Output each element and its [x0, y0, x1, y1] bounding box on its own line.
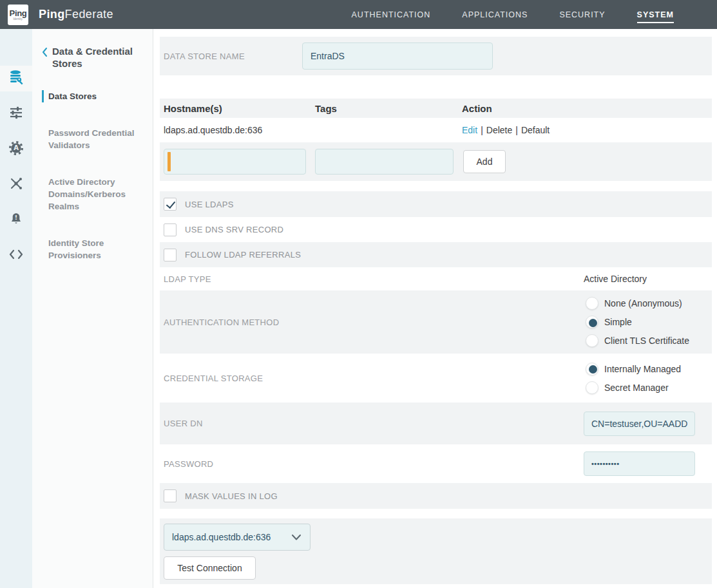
authentication-method-label: AUTHENTICATION METHOD	[164, 318, 584, 327]
chevron-down-icon	[292, 535, 301, 540]
password-label: PASSWORD	[164, 459, 584, 469]
code-icon	[8, 247, 24, 264]
use-ldaps-row: USE LDAPS	[160, 191, 712, 217]
radio-none-anonymous[interactable]	[586, 297, 598, 310]
column-action: Action	[462, 103, 712, 114]
authentication-method-row: AUTHENTICATION METHOD None (Anonymous) S…	[160, 290, 712, 354]
sidebar-item-ad-domains-kerberos-realms[interactable]: Active Directory Domains/Kerberos Realms	[42, 176, 144, 213]
action-separator: |	[515, 125, 518, 135]
app-title-light: Federate	[65, 8, 113, 21]
alerts-icon: !	[8, 211, 24, 229]
hostname-dropdown[interactable]: ldaps.ad.questdb.de:636	[164, 524, 311, 551]
use-dns-srv-label: USE DNS SRV RECORD	[185, 225, 283, 234]
credential-storage-row: CREDENTIAL STORAGE Internally Managed Se…	[160, 354, 712, 403]
cluster-icon	[8, 176, 24, 194]
main-content: DATA STORE NAME Hostname(s) Tags Action …	[153, 29, 717, 588]
authentication-method-options: None (Anonymous) Simple Client TLS Certi…	[584, 294, 689, 350]
new-hostname-input[interactable]	[164, 149, 306, 175]
new-tags-input[interactable]	[315, 149, 454, 175]
test-connection-button[interactable]: Test Connection	[164, 556, 256, 580]
sidebar-item-data-stores[interactable]: Data Stores	[42, 90, 144, 102]
mask-values-checkbox[interactable]	[164, 489, 177, 502]
data-stores-icon	[8, 69, 24, 88]
nav-authentication[interactable]: AUTHENTICATION	[352, 6, 431, 23]
rail-item-cluster[interactable]	[0, 172, 32, 198]
radio-simple-label: Simple	[604, 317, 632, 327]
top-header: Ping Identity. PingFederate AUTHENTICATI…	[0, 0, 717, 29]
ldap-type-label: LDAP TYPE	[164, 274, 584, 284]
test-connection-section: ldaps.ad.questdb.de:636 Test Connection	[160, 518, 712, 584]
delete-link[interactable]: Delete	[486, 125, 512, 135]
app-title: PingFederate	[39, 8, 113, 21]
credential-storage-label: CREDENTIAL STORAGE	[164, 374, 584, 383]
svg-text:A: A	[14, 144, 19, 151]
rail-item-filters[interactable]	[0, 101, 32, 127]
default-link[interactable]: Default	[521, 125, 550, 135]
credential-storage-options: Internally Managed Secret Manager	[584, 359, 681, 397]
logo-subtext: Identity.	[13, 17, 23, 21]
hosts-table-row: ldaps.ad.questdb.de:636 Edit | Delete | …	[160, 118, 712, 142]
mask-values-row: MASK VALUES IN LOG	[160, 483, 712, 509]
sidebar-items: Data Stores Password Credential Validato…	[42, 90, 144, 261]
sidebar-back-link[interactable]: Data & Credential Stores	[42, 45, 144, 70]
nav-system[interactable]: SYSTEM	[637, 6, 674, 23]
data-store-name-label: DATA STORE NAME	[164, 52, 302, 61]
rail-item-code[interactable]	[0, 243, 32, 269]
rail-item-alerts[interactable]: !	[0, 207, 32, 233]
radio-secret-manager[interactable]	[586, 381, 598, 394]
follow-ldap-referrals-checkbox[interactable]	[164, 249, 177, 261]
ping-identity-logo: Ping Identity.	[8, 5, 28, 25]
use-dns-srv-checkbox[interactable]	[164, 223, 177, 236]
sidebar-item-identity-store-provisioners[interactable]: Identity Store Provisioners	[42, 237, 144, 261]
radio-secret-manager-label: Secret Manager	[604, 383, 669, 393]
actions-cell: Edit | Delete | Default	[462, 125, 712, 135]
ldap-type-value: Active Directory	[584, 274, 647, 284]
nav-applications[interactable]: APPLICATIONS	[462, 6, 528, 23]
chevron-left-icon	[42, 48, 48, 57]
radio-client-tls-certificate[interactable]	[586, 334, 598, 347]
radio-client-tls-certificate-label: Client TLS Certificate	[604, 336, 689, 346]
rail-item-gear-a[interactable]: A	[0, 137, 32, 162]
data-store-name-row: DATA STORE NAME	[160, 37, 712, 75]
use-ldaps-label: USE LDAPS	[185, 200, 234, 209]
hosts-table-header: Hostname(s) Tags Action	[160, 99, 712, 118]
ldap-type-row: LDAP TYPE Active Directory	[160, 267, 712, 290]
add-host-row: Add	[160, 142, 712, 181]
add-button[interactable]: Add	[463, 150, 506, 173]
mask-values-label: MASK VALUES IN LOG	[185, 491, 278, 501]
nav-security[interactable]: SECURITY	[559, 6, 605, 23]
column-hostnames: Hostname(s)	[164, 103, 315, 114]
svg-text:!: !	[15, 214, 17, 221]
follow-ldap-referrals-row: FOLLOW LDAP REFERRALS	[160, 242, 712, 267]
icon-rail: A	[0, 29, 32, 588]
data-store-name-input[interactable]	[302, 43, 493, 70]
filters-icon	[8, 105, 24, 123]
logo-text: Ping	[10, 9, 27, 17]
use-dns-srv-row: USE DNS SRV RECORD	[160, 217, 712, 242]
pingfederate-app: Ping Identity. PingFederate AUTHENTICATI…	[0, 0, 717, 588]
app-title-bold: Ping	[39, 8, 65, 21]
hostname-cell: ldaps.ad.questdb.de:636	[164, 125, 315, 135]
hostname-dropdown-value: ldaps.ad.questdb.de:636	[172, 532, 271, 542]
secondary-sidebar: Data & Credential Stores Data Stores Pas…	[32, 29, 153, 588]
radio-internally-managed-label: Internally Managed	[604, 364, 681, 374]
user-dn-row: USER DN	[160, 403, 712, 444]
action-separator: |	[481, 125, 483, 135]
primary-nav: AUTHENTICATION APPLICATIONS SECURITY SYS…	[352, 0, 674, 29]
radio-internally-managed[interactable]	[586, 363, 598, 375]
radio-simple[interactable]	[586, 316, 598, 328]
password-row: PASSWORD	[160, 444, 712, 483]
column-tags: Tags	[315, 103, 462, 114]
password-input[interactable]	[584, 451, 695, 476]
edit-link[interactable]: Edit	[462, 125, 477, 135]
use-ldaps-checkbox[interactable]	[164, 198, 177, 211]
radio-none-anonymous-label: None (Anonymous)	[604, 298, 682, 308]
user-dn-label: USER DN	[164, 419, 584, 428]
sidebar-item-password-credential-validators[interactable]: Password Credential Validators	[42, 127, 144, 151]
gear-a-icon: A	[8, 140, 24, 159]
user-dn-input[interactable]	[584, 412, 695, 436]
sidebar-section-title: Data & Credential Stores	[52, 45, 144, 70]
rail-item-data-stores[interactable]	[0, 66, 32, 91]
follow-ldap-referrals-label: FOLLOW LDAP REFERRALS	[185, 250, 301, 260]
